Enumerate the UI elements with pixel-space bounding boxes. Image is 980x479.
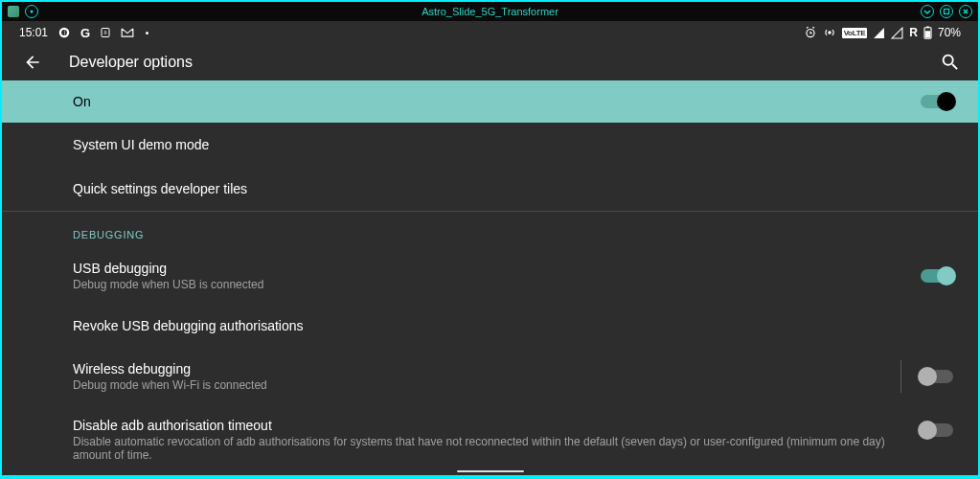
browser-icon: [57, 26, 71, 39]
home-indicator[interactable]: [457, 470, 524, 472]
row-title: System UI demo mode: [73, 137, 953, 152]
battery-icon: [923, 26, 932, 39]
search-button[interactable]: [940, 52, 961, 73]
svg-rect-9: [925, 31, 930, 37]
master-toggle-row[interactable]: On: [2, 80, 978, 123]
minimize-icon[interactable]: [921, 5, 934, 18]
system-ui-demo-row[interactable]: System UI demo mode: [2, 123, 978, 167]
google-icon: G: [80, 26, 90, 40]
signal-empty-icon: [891, 27, 903, 39]
close-icon[interactable]: [959, 5, 972, 18]
battery-text: 70%: [938, 26, 961, 39]
wireless-debugging-toggle[interactable]: [921, 370, 953, 383]
window-titlebar: Astro_Slide_5G_Transformer: [2, 2, 978, 21]
alarm-icon: [804, 26, 817, 39]
volte-badge: VoLTE: [842, 28, 868, 38]
update-icon: [100, 27, 111, 38]
master-toggle-label: On: [73, 94, 909, 109]
status-time: 15:01: [19, 26, 48, 39]
usb-debugging-toggle[interactable]: [921, 269, 953, 283]
app-bar: Developer options: [2, 44, 978, 80]
usb-debugging-row[interactable]: USB debugging Debug mode when USB is con…: [2, 248, 978, 304]
section-header-debugging: DEBUGGING: [2, 212, 978, 248]
app-icon: [8, 6, 19, 17]
svg-point-0: [31, 11, 34, 13]
maximize-icon[interactable]: [940, 5, 953, 18]
quick-settings-tiles-row[interactable]: Quick settings developer tiles: [2, 167, 978, 211]
gmail-icon: [121, 27, 134, 38]
vertical-divider: [900, 360, 901, 393]
more-notifications-icon: [146, 32, 148, 34]
back-button[interactable]: [23, 53, 42, 72]
master-toggle[interactable]: [921, 95, 953, 108]
revoke-usb-row[interactable]: Revoke USB debugging authorisations: [2, 304, 978, 348]
disable-adb-timeout-toggle[interactable]: [921, 423, 953, 437]
row-title: USB debugging: [73, 261, 909, 276]
disable-adb-timeout-row[interactable]: Disable adb authorisation timeout Disabl…: [2, 405, 978, 474]
roaming-label: R: [909, 26, 918, 39]
row-subtitle: Debug mode when Wi-Fi is connected: [73, 378, 897, 392]
wireless-debugging-row[interactable]: Wireless debugging Debug mode when Wi-Fi…: [2, 348, 978, 405]
phone-screen: 15:01 G VoLTE: [2, 21, 978, 475]
status-bar: 15:01 G VoLTE: [2, 21, 978, 44]
signal-icon: [873, 27, 885, 39]
settings-list[interactable]: On System UI demo mode Quick settings de…: [2, 80, 978, 475]
window-title: Astro_Slide_5G_Transformer: [422, 6, 558, 17]
page-title: Developer options: [69, 54, 193, 71]
svg-rect-1: [945, 10, 949, 14]
svg-point-6: [828, 32, 830, 34]
row-subtitle: Debug mode when USB is connected: [73, 278, 909, 291]
row-subtitle: Disable automatic revocation of adb auth…: [73, 435, 909, 462]
row-title: Disable adb authorisation timeout: [73, 418, 909, 433]
row-title: Revoke USB debugging authorisations: [73, 318, 953, 333]
row-title: Quick settings developer tiles: [73, 181, 953, 196]
row-title: Wireless debugging: [73, 361, 897, 376]
target-icon[interactable]: [25, 5, 38, 18]
svg-rect-8: [926, 26, 929, 28]
hotspot-icon: [823, 26, 836, 39]
